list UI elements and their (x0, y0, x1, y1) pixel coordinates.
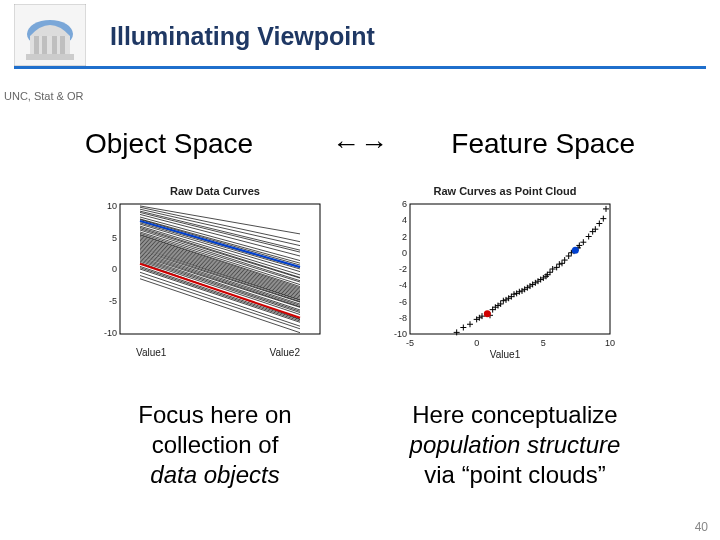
caption-left-l3: data objects (150, 461, 279, 488)
svg-text:5: 5 (112, 233, 117, 243)
chart-left-svg: 10 5 0 -5 -10 (90, 199, 340, 354)
svg-text:-10: -10 (104, 328, 117, 338)
svg-text:-4: -4 (399, 280, 407, 290)
caption-right-l1: Here conceptualize (412, 401, 617, 428)
svg-text:10: 10 (605, 338, 615, 348)
svg-text:6: 6 (402, 199, 407, 209)
caption-right-l2: population structure (410, 431, 621, 458)
svg-line-49 (140, 256, 300, 307)
unc-logo (14, 4, 86, 66)
svg-text:-6: -6 (399, 297, 407, 307)
svg-text:0: 0 (474, 338, 479, 348)
svg-text:-5: -5 (406, 338, 414, 348)
charts-area: Raw Data Curves 10 5 0 -5 -10 Value1 Val… (90, 185, 630, 375)
caption-right: Here conceptualize population structure … (355, 400, 675, 490)
chart-right-svg: -10-8-6-4-20246 -50510 (380, 199, 630, 354)
svg-line-60 (140, 279, 300, 333)
svg-text:4: 4 (402, 215, 407, 225)
caption-left-l1: Focus here on (138, 401, 291, 428)
svg-rect-6 (60, 36, 65, 56)
svg-rect-7 (26, 54, 74, 60)
chart-left-title: Raw Data Curves (90, 185, 340, 197)
svg-rect-5 (52, 36, 57, 56)
svg-rect-63 (410, 204, 610, 334)
svg-text:5: 5 (541, 338, 546, 348)
svg-line-20 (140, 217, 300, 261)
svg-rect-3 (34, 36, 39, 56)
caption-left-l2: collection of (152, 431, 279, 458)
heading-feature-space: Feature Space (451, 128, 635, 160)
chart-point-cloud: Raw Curves as Point Cloud -10-8-6-4-2024… (380, 185, 630, 370)
chart-left-x1: Value1 (136, 347, 166, 358)
chart-left-x2: Value2 (270, 347, 300, 358)
dept-label: UNC, Stat & OR (4, 90, 83, 102)
slide-title: Illuminating Viewpoint (110, 22, 375, 51)
svg-text:10: 10 (107, 201, 117, 211)
chart-right-x: Value1 (380, 349, 630, 360)
title-underline (14, 66, 706, 69)
caption-left: Focus here on collection of data objects (70, 400, 360, 490)
chart-raw-curves: Raw Data Curves 10 5 0 -5 -10 Value1 Val… (90, 185, 340, 370)
chart-right-title: Raw Curves as Point Cloud (380, 185, 630, 197)
svg-text:0: 0 (112, 264, 117, 274)
svg-rect-4 (42, 36, 47, 56)
svg-line-15 (140, 207, 300, 241)
svg-text:-2: -2 (399, 264, 407, 274)
svg-text:-5: -5 (109, 296, 117, 306)
svg-point-171 (484, 310, 491, 317)
slide-number: 40 (695, 520, 708, 534)
svg-point-172 (572, 247, 579, 254)
svg-text:2: 2 (402, 232, 407, 242)
svg-text:-8: -8 (399, 313, 407, 323)
caption-right-l3: via “point clouds” (424, 461, 605, 488)
svg-text:0: 0 (402, 248, 407, 258)
